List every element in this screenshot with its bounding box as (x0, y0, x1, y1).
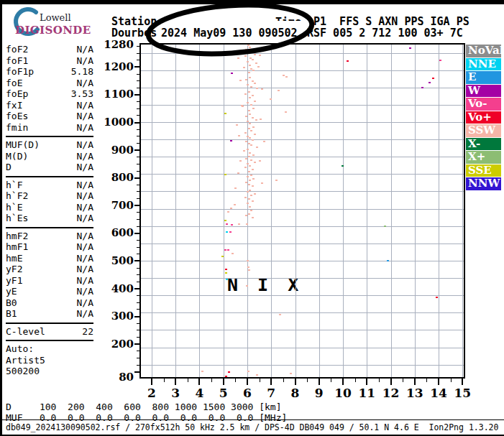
muf-row: MUF 0.0 0.0 0.0 0.0 0.0 0.0 0.0 0.0 [MHz… (6, 412, 287, 423)
distance-row: D 100 200 400 600 800 1000 1500 3000 [km… (6, 402, 282, 412)
echo-dot (229, 231, 232, 233)
y-axis-minor-tick (137, 365, 141, 366)
parameter-label: C-level (6, 326, 45, 338)
echo-dot (239, 80, 242, 81)
echo-dot (252, 59, 254, 60)
echo-dot (246, 223, 248, 225)
y-axis-major-tick (134, 233, 141, 234)
echo-dot (254, 83, 256, 84)
echo-dot (255, 62, 257, 64)
parameter-group: hmF2N/AhmF1N/AhmEN/AyF2N/AyF1N/AyEN/AB0N… (6, 227, 93, 323)
echo-dot (227, 249, 229, 251)
x-axis-minor-tick (331, 379, 331, 382)
echo-dot (254, 193, 256, 195)
parameter-label: foEp (6, 88, 28, 100)
echo-dot (384, 226, 386, 227)
x-axis-major-tick (295, 379, 296, 385)
echo-dot (278, 90, 280, 91)
parameter-row: h`F2N/A (6, 190, 93, 202)
y-axis-minor-tick (137, 212, 141, 213)
parameter-value: N/A (77, 55, 93, 67)
echo-dot (238, 135, 240, 136)
gridline-vertical (367, 45, 367, 377)
y-axis-minor-tick (137, 46, 141, 47)
echo-dot (236, 124, 238, 126)
echo-dot (259, 55, 261, 56)
y-axis-major-tick (134, 66, 141, 68)
legend-item-w: W (466, 85, 501, 98)
y-axis-minor-tick (137, 323, 141, 324)
parameter-label: h`E (6, 202, 22, 213)
parameter-label: Artist5 (6, 355, 45, 366)
x-axis-minor-tick (307, 379, 308, 382)
y-axis-minor-tick (137, 74, 141, 75)
echo-dot (243, 150, 245, 152)
echo-dot (342, 165, 344, 167)
echo-dot (247, 266, 249, 268)
echo-dot (225, 376, 227, 377)
parameter-label: foF1 (6, 55, 28, 67)
parameter-value: N/A (77, 151, 93, 162)
parameter-label: B0 (6, 297, 17, 309)
echo-dot (201, 371, 203, 372)
y-axis-tick-label: 800 (96, 172, 134, 183)
echo-dot (247, 203, 249, 204)
echo-dot (275, 180, 278, 181)
echo-dot (254, 54, 256, 55)
y-axis-minor-tick (137, 157, 141, 157)
parameter-row: yEN/A (6, 286, 93, 297)
echo-dot (245, 141, 247, 142)
echo-dot (228, 371, 230, 373)
parameter-label: M(D) (6, 151, 28, 162)
x-axis-tick-label: 5 (211, 386, 236, 400)
parameter-row: hmF1N/A (6, 241, 93, 253)
x-axis-minor-tick (188, 379, 188, 382)
y-axis-minor-tick (137, 171, 141, 172)
y-axis-minor-tick (137, 351, 141, 351)
y-axis-minor-tick (137, 247, 141, 248)
echo-dot (247, 84, 249, 85)
y-axis-major-tick (134, 288, 141, 289)
echo-dot (244, 55, 247, 57)
echo-dot (232, 253, 234, 254)
y-axis-minor-tick (137, 337, 141, 338)
parameter-row: foEN/A (6, 78, 93, 89)
gridline-vertical (247, 45, 248, 377)
echo-dot (250, 210, 252, 211)
parameter-row: Auto: (6, 343, 93, 355)
echo-dot (250, 195, 252, 196)
echo-dot (250, 175, 252, 176)
parameter-value: N/A (77, 241, 93, 253)
echo-dot (254, 134, 256, 135)
x-axis-tick-label: 8 (283, 386, 308, 400)
echo-dot (409, 47, 411, 49)
echo-dot (252, 70, 255, 71)
x-axis-major-tick (438, 379, 439, 385)
echo-dot (224, 113, 226, 114)
y-axis-major-tick (134, 260, 141, 261)
echo-dot (252, 117, 254, 119)
echo-dot (247, 136, 249, 137)
x-axis-major-tick (342, 379, 344, 385)
echo-dot (245, 158, 247, 159)
echo-dot (429, 82, 431, 83)
echo-dot (249, 123, 251, 124)
x-axis-major-tick (247, 379, 248, 385)
gridline-vertical (343, 45, 344, 377)
y-axis-tick-label: 1280 (96, 39, 134, 50)
x-axis-tick-label: 15 (450, 386, 475, 400)
header-time-label: Time (275, 16, 301, 21)
parameter-label: hmF1 (6, 241, 28, 253)
x-axis-tick-label: 2 (139, 386, 164, 400)
x-axis-tick-label: 13 (403, 386, 427, 400)
parameter-value: N/A (77, 275, 93, 287)
gridline-horizontal (141, 278, 464, 279)
y-axis-minor-tick (137, 302, 141, 303)
parameter-row: 500200 (6, 366, 93, 377)
x-axis-tick-label: 6 (235, 386, 260, 400)
x-axis-minor-tick (211, 379, 212, 382)
echo-dot (237, 172, 239, 174)
echo-dot (257, 66, 260, 68)
x-axis-tick-label: 7 (259, 386, 283, 400)
parameter-value: N/A (77, 78, 93, 89)
